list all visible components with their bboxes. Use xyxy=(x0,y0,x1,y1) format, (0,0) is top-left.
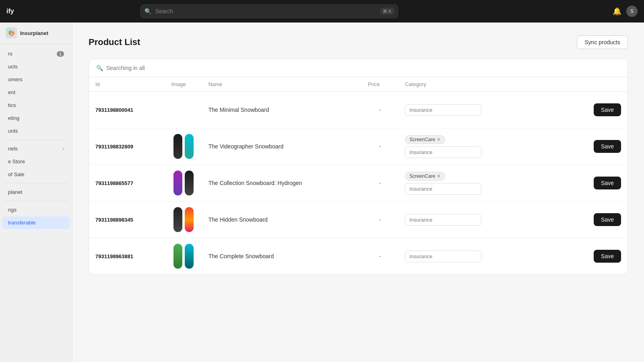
app-logo: ify xyxy=(6,8,31,15)
col-category: Category xyxy=(398,77,567,92)
product-image xyxy=(165,238,202,275)
sidebar-item-insurplanet[interactable]: planet xyxy=(2,186,70,198)
sidebar-item-online-store[interactable]: e Store xyxy=(2,155,70,168)
product-name: The Complete Snowboard xyxy=(202,238,361,275)
product-price: - xyxy=(361,165,398,202)
sidebar-item-label: planet xyxy=(8,189,22,195)
product-list-card: 🔍 Id Image Name Price Category xyxy=(89,59,628,275)
sidebar-divider-3 xyxy=(4,201,68,201)
save-button[interactable]: Save xyxy=(594,250,621,263)
col-image: Image xyxy=(165,77,202,92)
category-input[interactable] xyxy=(405,183,481,195)
sidebar-item-label: tics xyxy=(8,102,16,108)
store-name: Insurplanet xyxy=(20,30,48,36)
sidebar-item-label: eting xyxy=(8,115,19,121)
product-category xyxy=(398,202,567,238)
save-button[interactable]: Save xyxy=(594,213,621,226)
product-name: The Collection Snowboard: Hydrogen xyxy=(202,165,361,202)
sidebar-item-discounts[interactable]: unts xyxy=(2,125,70,137)
sidebar-item-label: of Sale xyxy=(8,171,24,177)
save-button[interactable]: Save xyxy=(594,177,621,189)
tag-remove-button[interactable]: ✕ xyxy=(437,174,441,179)
product-actions: Save xyxy=(567,92,627,128)
category-input[interactable] xyxy=(405,146,481,158)
chevron-right-icon: › xyxy=(62,146,64,152)
orders-badge: 1 xyxy=(57,51,64,57)
sidebar: 🎨 Insurplanet rs 1 ucts omers ent tics e… xyxy=(0,23,72,362)
main-content: Product List Sync products 🔍 Id Image Na… xyxy=(72,23,644,362)
product-price: - xyxy=(361,238,398,275)
product-search-bar: 🔍 xyxy=(89,59,627,77)
search-icon: 🔍 xyxy=(144,8,151,14)
global-search-input[interactable] xyxy=(140,4,398,18)
product-name: The Videographer Snowboard xyxy=(202,128,361,165)
category-tag: ScreenCare✕ xyxy=(405,135,445,144)
store-icon: 🎨 xyxy=(6,27,17,39)
sidebar-item-products[interactable]: ucts xyxy=(2,60,70,73)
sidebar-divider-2 xyxy=(4,183,68,183)
notification-bell-icon[interactable]: 🔔 xyxy=(613,7,621,16)
product-price: - xyxy=(361,202,398,238)
sync-products-button[interactable]: Sync products xyxy=(577,35,628,49)
table-row: 7931198800041The Minimal Snowboard-Save xyxy=(89,92,627,128)
col-actions xyxy=(567,77,627,92)
product-image xyxy=(165,128,202,165)
category-input[interactable] xyxy=(405,251,481,262)
product-id: 7931198898345 xyxy=(89,202,165,238)
page-header: Product List Sync products xyxy=(89,35,628,49)
sidebar-item-analytics[interactable]: tics xyxy=(2,99,70,111)
avatar[interactable]: S xyxy=(626,6,638,17)
sidebar-item-non-transferable[interactable]: transferable xyxy=(2,216,70,229)
topbar: ify 🔍 ⌘ K 🔔 S xyxy=(0,0,644,23)
product-actions: Save xyxy=(567,202,627,238)
category-input[interactable] xyxy=(405,104,481,116)
sidebar-item-point-of-sale[interactable]: of Sale xyxy=(2,168,70,181)
search-container: 🔍 ⌘ K xyxy=(140,4,398,18)
product-category xyxy=(398,92,567,128)
product-id: 7931198865577 xyxy=(89,165,165,202)
sidebar-item-label: rs xyxy=(8,51,12,57)
main-layout: 🎨 Insurplanet rs 1 ucts omers ent tics e… xyxy=(0,23,644,362)
sidebar-item-marketing[interactable]: eting xyxy=(2,112,70,124)
sidebar-nav: rs 1 ucts omers ent tics eting unts xyxy=(0,44,72,362)
sidebar-item-settings[interactable]: ngs xyxy=(2,204,70,216)
col-id: Id xyxy=(89,77,165,92)
product-image xyxy=(165,165,202,202)
store-header: 🎨 Insurplanet xyxy=(0,23,72,44)
product-name: The Hidden Snowboard xyxy=(202,202,361,238)
product-table: Id Image Name Price Category 79311988000… xyxy=(89,77,627,274)
product-id: 7931198832809 xyxy=(89,128,165,165)
tag-remove-button[interactable]: ✕ xyxy=(437,137,441,142)
sidebar-item-label: ent xyxy=(8,89,15,95)
product-image xyxy=(165,202,202,238)
save-button[interactable]: Save xyxy=(594,103,621,116)
sidebar-item-label: omers xyxy=(8,76,23,82)
sidebar-item-channels[interactable]: nels › xyxy=(2,142,70,155)
table-header: Id Image Name Price Category xyxy=(89,77,627,92)
col-price: Price xyxy=(361,77,398,92)
tag-label: ScreenCare xyxy=(409,137,435,142)
sidebar-item-orders[interactable]: rs 1 xyxy=(2,47,70,60)
table-row: 7931198963881The Complete Snowboard-Save xyxy=(89,238,627,275)
sidebar-item-label: ngs xyxy=(8,207,17,213)
table-row: 7931198898345The Hidden Snowboard-Save xyxy=(89,202,627,238)
product-price: - xyxy=(361,92,398,128)
sidebar-item-label: transferable xyxy=(8,220,36,226)
product-category: ScreenCare✕ xyxy=(398,128,567,165)
save-button[interactable]: Save xyxy=(594,140,621,153)
sidebar-item-content[interactable]: ent xyxy=(2,86,70,99)
category-tag: ScreenCare✕ xyxy=(405,172,445,181)
search-shortcut: ⌘ K xyxy=(380,8,394,15)
tag-label: ScreenCare xyxy=(409,173,435,179)
product-search-input[interactable] xyxy=(106,65,620,71)
product-image xyxy=(165,92,202,128)
sidebar-item-label: unts xyxy=(8,128,18,134)
product-price: - xyxy=(361,128,398,165)
sidebar-item-customers[interactable]: omers xyxy=(2,73,70,86)
category-input[interactable] xyxy=(405,214,481,226)
product-id: 7931198963881 xyxy=(89,238,165,275)
table-row: 7931198865577The Collection Snowboard: H… xyxy=(89,165,627,202)
topbar-right: 🔔 S xyxy=(613,6,638,17)
product-table-body: 7931198800041The Minimal Snowboard-Save7… xyxy=(89,92,627,275)
sidebar-divider xyxy=(4,140,68,140)
